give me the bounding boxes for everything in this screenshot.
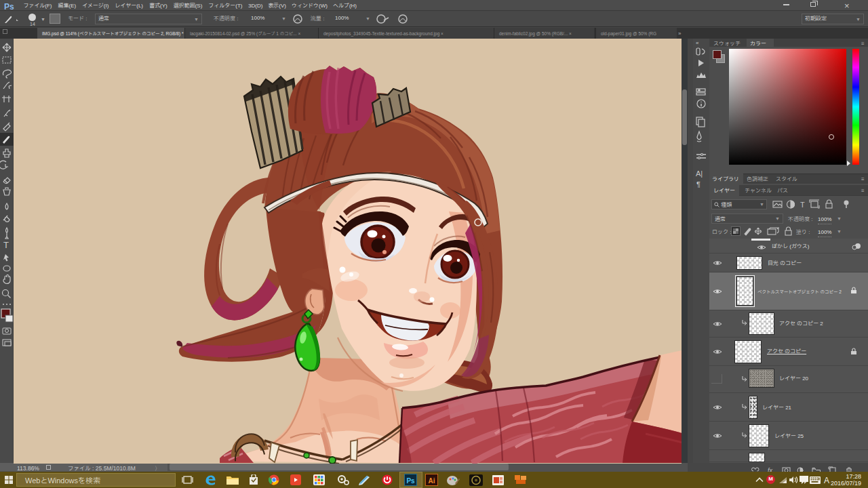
svg-text:T: T [800,199,805,209]
svg-text:¶: ¶ [696,179,701,190]
svg-text:«: « [696,39,699,47]
svg-text:T: T [3,239,9,252]
svg-text:A|: A| [696,168,703,180]
